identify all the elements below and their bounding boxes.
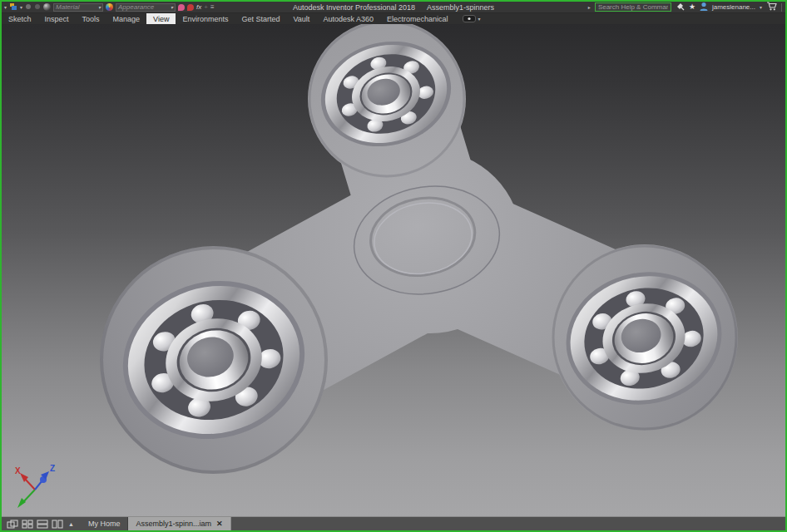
app-title: Autodesk Inventor Professional 2018 [293,3,415,12]
arrange-vertical-icon[interactable] [52,520,63,529]
material-combobox[interactable]: Material ▾ [53,3,103,12]
adjust-appearance-icon[interactable] [178,4,185,11]
material-combobox-value: Material [56,3,79,11]
user-avatar-icon[interactable] [700,2,708,12]
add-command-icon[interactable]: + [204,3,208,11]
ribbon-tab-bar: Sketch Inspect Tools Manage View Environ… [2,12,785,24]
x-axis-label: X [15,466,21,475]
undo-icon[interactable] [25,3,32,12]
ribbon-display-toggle[interactable]: ▾ [463,13,480,24]
assembly-document-icon[interactable] [9,2,17,12]
qat-overflow-caret-icon[interactable]: ▾ [4,5,7,10]
parameters-fx-icon[interactable]: fx [196,3,201,11]
tab-inspect[interactable]: Inspect [38,13,76,24]
tab-get-started[interactable]: Get Started [235,13,286,24]
y-axis-arrow [17,498,26,508]
material-caret-icon: ▾ [98,5,101,10]
arrange-horizontal-icon[interactable] [37,520,48,529]
titlebar-divider [781,3,782,12]
redo-icon[interactable] [34,3,41,12]
close-tab-icon[interactable]: ✕ [216,520,223,528]
assembly-tab-label: Assembly1-spinn...iam [136,520,211,528]
ribbon-display-icon [463,15,476,22]
appearance-combobox[interactable]: Appearance ▾ [116,3,176,12]
expand-tabs-icon[interactable]: ▲ [68,521,74,527]
document-title: Assembly1-spinners [427,3,494,12]
window-arrange-icons: ▲ [2,517,81,530]
clear-appearance-icon[interactable] [187,4,194,11]
appearance-caret-icon: ▾ [171,5,173,10]
tab-electromechanical[interactable]: Electromechanical [380,13,455,24]
orientation-triad: X Z [15,464,55,508]
tab-tools[interactable]: Tools [76,13,106,24]
switch-windows-icon[interactable] [7,520,18,529]
title-right-cluster: ▸ ★ jameslenane... ▾ [588,2,782,12]
appearance-sphere-icon[interactable] [106,3,113,11]
appearance-combobox-value: Appearance [118,3,154,11]
tab-manage[interactable]: Manage [106,13,147,24]
tab-vault[interactable]: Vault [287,13,317,24]
user-menu-caret-icon[interactable]: ▾ [760,5,762,10]
user-name-label[interactable]: jameslenane... [712,3,755,11]
spinner-3d-model[interactable]: X Z [2,24,785,516]
tab-environments[interactable]: Environments [176,13,235,24]
inventor-window: ▾ ▾ Material ▾ Appearance ▾ fx [0,0,787,532]
collapse-search-icon[interactable]: ▸ [588,5,591,10]
tab-assembly-document[interactable]: Assembly1-spinn...iam ✕ [128,517,230,530]
tab-my-home[interactable]: My Home [81,517,129,530]
tab-autodesk-a360[interactable]: Autodesk A360 [316,13,380,24]
tab-sketch[interactable]: Sketch [2,13,38,24]
favorites-star-icon[interactable]: ★ [689,3,695,11]
search-input[interactable] [595,2,671,12]
model-viewport[interactable]: X Z [2,24,785,516]
app-store-cart-icon[interactable] [766,2,777,12]
sign-in-icon[interactable] [676,2,685,12]
document-tab-bar: ▲ My Home Assembly1-spinn...iam ✕ [2,516,785,530]
customize-qat-icon[interactable]: ≡ [210,4,215,11]
material-sphere-icon[interactable] [43,3,51,11]
quick-access-toolbar: ▾ ▾ Material ▾ Appearance ▾ fx [2,2,215,12]
ribbon-display-caret-icon: ▾ [478,17,480,22]
z-axis-label: Z [50,464,55,473]
tab-view[interactable]: View [146,13,176,24]
tile-windows-icon[interactable] [22,520,33,529]
document-switch-caret-icon[interactable]: ▾ [20,5,22,10]
my-home-label: My Home [88,520,121,528]
title-bar: ▾ ▾ Material ▾ Appearance ▾ fx [2,2,785,12]
